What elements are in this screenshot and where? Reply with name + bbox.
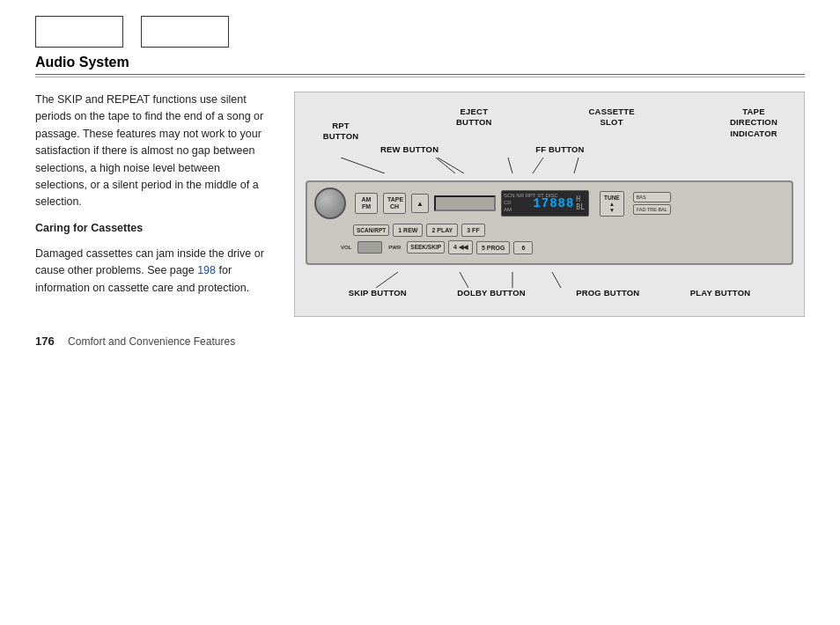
eject-btn[interactable]: ▲ [411, 194, 429, 213]
vol-label: VOL [341, 245, 351, 250]
page-header [0, 0, 840, 48]
header-box-left [35, 16, 123, 48]
svg-line-1 [438, 158, 464, 173]
ff-button-label: FF BUTTON [535, 144, 584, 155]
btn-4[interactable]: 4 ◀◀ [448, 240, 473, 254]
top-connector-lines [306, 158, 793, 173]
bass-controls: BAS FAD·TRE·BAL [633, 192, 671, 215]
skip-button-label: SKIP BUTTON [349, 288, 407, 298]
display-indicators: SCN NR RPT ST DISCCDAM [504, 193, 558, 213]
play-button-label: PLAY BUTTON [690, 288, 751, 298]
pwr-label: PWR [388, 245, 401, 250]
btn-2-play[interactable]: 2 PLAY [426, 224, 458, 237]
tape-direction-label: TAPE DIRECTIONINDICATOR [723, 107, 785, 143]
btn-1-rew[interactable]: 1 REW [393, 224, 423, 237]
second-labels-row: REW BUTTON FF BUTTON [306, 144, 793, 155]
page-link[interactable]: 198 [197, 264, 216, 276]
scan-rpt-btn[interactable]: SCAN/RPT [353, 224, 389, 237]
radio-buttons-row1: SCAN/RPT 1 REW 2 PLAY 3 FF [353, 224, 785, 237]
cassette-slot-label: CASSETTE SLOT [581, 107, 643, 143]
diagram-column: RPT BUTTON EJECT BUTTON CASSETTE SLOT TA… [294, 92, 805, 317]
svg-line-4 [436, 158, 455, 173]
page-title: Audio System [35, 55, 805, 75]
dolby-button-label: DOLBY BUTTON [457, 288, 526, 298]
page-title-section: Audio System [0, 48, 840, 77]
footer-subtitle: Comfort and Convenience Features [68, 335, 235, 348]
page-footer: 176 Comfort and Convenience Features [0, 317, 840, 348]
radio-top-row: AMFM TAPECH ▲ SCN NR RPT ST DISCCDAM 178… [314, 188, 785, 219]
eject-button-label: EJECT BUTTON [447, 107, 500, 143]
diagram-box: RPT BUTTON EJECT BUTTON CASSETTE SLOT TA… [294, 92, 805, 317]
vol-slider[interactable] [357, 241, 382, 254]
dial-knob[interactable] [314, 188, 346, 219]
svg-line-2 [508, 158, 512, 173]
prog-button-label: PROG BUTTON [576, 288, 639, 298]
top-labels-row: RPT BUTTON EJECT BUTTON CASSETTE SLOT TA… [306, 107, 793, 143]
svg-line-0 [341, 158, 385, 173]
paragraph2: Damaged cassettes can jam inside the dri… [35, 246, 273, 297]
svg-line-7 [460, 272, 468, 288]
tune-btn[interactable]: TUNE▲▼ [600, 191, 624, 217]
btn-am-fm[interactable]: AMFM [355, 193, 378, 215]
btn-6[interactable]: 6 [513, 241, 533, 254]
seek-skip-btn[interactable]: SEEK/SKIP [407, 241, 445, 254]
btn-3-ff[interactable]: 3 FF [461, 224, 484, 237]
tape-display: SCN NR RPT ST DISCCDAM 17888 HBL [501, 190, 589, 217]
bas-btn[interactable]: BAS [633, 192, 671, 202]
fad-tre-bal-btn[interactable]: FAD·TRE·BAL [633, 204, 671, 215]
rew-button-label: REW BUTTON [380, 144, 438, 155]
btn-tape[interactable]: TAPECH [383, 193, 406, 215]
cassette-slot-visual [434, 195, 496, 211]
radio-buttons-row2: VOL PWR SEEK/SKIP 4 ◀◀ 5 PROG 6 [341, 240, 785, 254]
paragraph1: The SKIP and REPEAT functions use silent… [35, 92, 273, 211]
caring-title: Caring for Cassettes [35, 220, 273, 237]
bottom-labels-row: SKIP BUTTON DOLBY BUTTON PROG BUTTON PLA… [306, 288, 793, 298]
radio-unit: AMFM TAPECH ▲ SCN NR RPT ST DISCCDAM 178… [306, 180, 793, 265]
bottom-connector-lines [306, 272, 793, 288]
header-box-right [141, 16, 229, 48]
svg-line-9 [552, 272, 561, 288]
btn-5-prog[interactable]: 5 PROG [476, 241, 510, 254]
rpt-button-label: RPT BUTTON [314, 121, 367, 143]
page-number: 176 [35, 335, 55, 348]
svg-line-6 [376, 272, 398, 288]
svg-line-3 [574, 158, 578, 173]
text-column: The SKIP and REPEAT functions use silent… [35, 92, 273, 317]
main-content: The SKIP and REPEAT functions use silent… [0, 77, 840, 317]
svg-line-5 [533, 158, 543, 173]
